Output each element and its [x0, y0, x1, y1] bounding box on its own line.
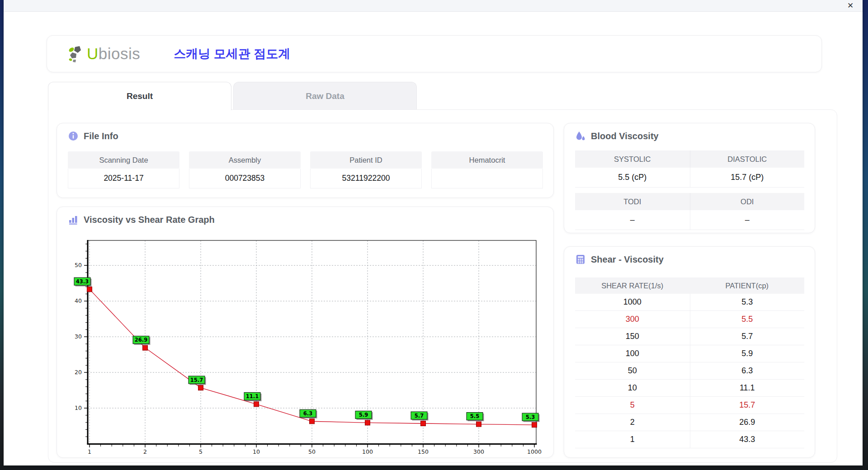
- file-info-field-1: Assembly000723853: [189, 151, 301, 188]
- svg-text:5.7: 5.7: [415, 413, 424, 419]
- shear-rate-cell: 10: [575, 380, 690, 396]
- svg-text:5.9: 5.9: [359, 412, 368, 418]
- data-point-marker: [421, 421, 426, 426]
- data-point-marker: [198, 385, 203, 390]
- data-point-marker: [143, 345, 148, 350]
- shear-rate-cell: 5: [575, 397, 690, 414]
- svg-text:5: 5: [199, 448, 203, 455]
- patient-cell: 15.7: [690, 397, 805, 414]
- svg-text:10: 10: [253, 448, 260, 455]
- field-label: Assembly: [189, 151, 301, 169]
- viscosity-chart: 12510501001503001000102030405043.326.915…: [61, 232, 550, 458]
- data-point-marker: [310, 419, 315, 424]
- field-label: Hematocrit: [431, 151, 543, 169]
- bv-header-cell: DIASTOLIC: [690, 150, 805, 168]
- graph-title-label: Viscosity vs Shear Rate Graph: [84, 215, 215, 225]
- bv-header-row-0: SYSTOLICDIASTOLIC: [575, 150, 804, 168]
- field-value: 2025-11-17: [68, 169, 179, 188]
- file-info-label: File Info: [84, 131, 118, 141]
- bv-header-cell: TODI: [575, 193, 690, 210]
- bv-header-row-1: TODIODI: [575, 193, 804, 210]
- table-group-gap: [575, 188, 804, 193]
- shear-rate-cell: 300: [575, 311, 690, 328]
- shear-col-header-rate: SHEAR RATE(1/s): [575, 277, 690, 294]
- svg-text:1: 1: [88, 448, 91, 455]
- patient-cell: 11.1: [690, 380, 805, 396]
- bv-value-row-0: 5.5 (cP)15.7 (cP): [575, 168, 804, 188]
- svg-text:50: 50: [75, 262, 82, 268]
- bv-header-cell: ODI: [690, 193, 805, 210]
- shear-viscosity-title: Shear - Viscosity: [575, 254, 664, 265]
- shear-rate-cell: 1000: [575, 294, 690, 310]
- table-row: 143.3: [575, 431, 804, 448]
- patient-cell: 5.5: [690, 311, 805, 328]
- shear-table-header: SHEAR RATE(1/s) PATIENT(cp): [575, 277, 804, 294]
- tab-result[interactable]: Result: [48, 82, 231, 110]
- bar-chart-icon: [68, 214, 79, 225]
- file-info-field-2: Patient ID53211922200: [310, 151, 422, 188]
- blood-viscosity-label: Blood Viscosity: [591, 131, 659, 141]
- table-row: 1505.7: [575, 328, 804, 345]
- table-row: 515.7: [575, 397, 804, 414]
- data-point-marker: [532, 423, 537, 428]
- field-value: 53211922200: [310, 169, 422, 188]
- app-window: ✕ Ubiosis 스캐닝 모세관 점도계 Result Raw Data: [4, 0, 863, 465]
- shear-col-header-patient: PATIENT(cp): [690, 277, 805, 294]
- svg-text:50: 50: [308, 448, 316, 455]
- patient-cell: 6.3: [690, 362, 805, 379]
- patient-cell: 5.9: [690, 345, 805, 362]
- blood-viscosity-title: Blood Viscosity: [575, 131, 659, 141]
- logo: Ubiosis: [66, 43, 140, 64]
- shear-rate-cell: 100: [575, 345, 690, 362]
- shear-viscosity-card: Shear - Viscosity SHEAR RATE(1/s) PATIEN…: [564, 246, 815, 458]
- svg-text:10: 10: [75, 404, 82, 411]
- close-icon[interactable]: ✕: [845, 1, 855, 11]
- svg-text:11.1: 11.1: [246, 393, 259, 400]
- data-point-marker: [87, 287, 92, 292]
- bv-value-cell: 15.7 (cP): [690, 168, 805, 188]
- table-row: 10005.3: [575, 294, 804, 311]
- table-row: 3005.5: [575, 311, 804, 328]
- svg-text:2: 2: [143, 448, 147, 455]
- graph-title: Viscosity vs Shear Rate Graph: [68, 214, 215, 225]
- page-title: 스캐닝 모세관 점도계: [174, 46, 290, 62]
- patient-cell: 26.9: [690, 414, 805, 431]
- bv-value-cell: 5.5 (cP): [575, 168, 690, 188]
- logo-rest: biosis: [99, 45, 140, 62]
- tab-raw-data[interactable]: Raw Data: [233, 82, 417, 110]
- graph-card: Viscosity vs Shear Rate Graph 1251050100…: [57, 207, 554, 458]
- field-label: Scanning Date: [68, 151, 179, 169]
- svg-text:100: 100: [362, 448, 373, 455]
- svg-text:1000: 1000: [527, 448, 542, 455]
- field-value: 000723853: [189, 169, 301, 188]
- svg-text:43.3: 43.3: [76, 278, 89, 285]
- ubiosis-logo-icon: [66, 43, 87, 64]
- table-row: 506.3: [575, 362, 804, 380]
- svg-text:6.3: 6.3: [303, 410, 312, 417]
- svg-text:26.9: 26.9: [135, 337, 147, 343]
- patient-cell: 5.7: [690, 328, 805, 345]
- table-row: 226.9: [575, 414, 804, 431]
- file-info-card: File Info Scanning Date2025-11-17Assembl…: [57, 123, 554, 198]
- shear-viscosity-table: SHEAR RATE(1/s) PATIENT(cp) 10005.33005.…: [575, 277, 804, 448]
- svg-text:40: 40: [75, 297, 82, 304]
- blood-viscosity-table: SYSTOLICDIASTOLIC5.5 (cP)15.7 (cP)TODIOD…: [575, 150, 804, 230]
- window-titlebar: ✕: [4, 0, 863, 12]
- bv-value-cell: –: [575, 210, 690, 230]
- patient-cell: 5.3: [690, 294, 805, 310]
- shear-viscosity-label: Shear - Viscosity: [591, 254, 664, 265]
- data-point-marker: [254, 402, 259, 407]
- svg-text:15.7: 15.7: [190, 377, 203, 383]
- logo-letter-u: U: [87, 45, 99, 62]
- field-value: [431, 169, 543, 188]
- data-point-marker: [365, 420, 370, 425]
- bv-value-cell: –: [690, 210, 805, 230]
- bv-header-cell: SYSTOLIC: [575, 150, 690, 168]
- table-row: 1011.1: [575, 380, 804, 397]
- file-info-title: File Info: [68, 131, 118, 141]
- shear-rate-cell: 150: [575, 328, 690, 345]
- shear-rate-cell: 1: [575, 431, 690, 448]
- bv-value-row-1: ––: [575, 210, 804, 230]
- logo-text: Ubiosis: [87, 45, 140, 63]
- svg-text:5.5: 5.5: [470, 413, 479, 419]
